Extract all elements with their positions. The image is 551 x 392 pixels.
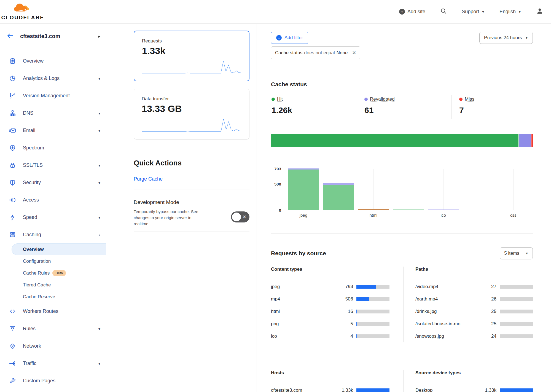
usage-bar bbox=[356, 297, 389, 301]
cache-status-title: Cache status bbox=[271, 81, 533, 88]
filter-left: + Add filter Cache status does not equal… bbox=[271, 32, 360, 59]
sidebar-item-access[interactable]: Access bbox=[0, 191, 106, 209]
sidebar-item-version-management[interactable]: Version Management bbox=[0, 87, 106, 104]
stat-miss: Miss 7 bbox=[451, 95, 533, 119]
stat-revalidated: Revalidated 61 bbox=[357, 95, 451, 119]
table-row[interactable]: /video.mp4 27 bbox=[415, 280, 533, 293]
sidebar-item-speed[interactable]: Speed ▾ bbox=[0, 209, 106, 226]
stat-hit-label[interactable]: Hit bbox=[277, 96, 283, 102]
chevron-down-icon: ▾ bbox=[98, 163, 100, 168]
language-menu[interactable]: English ▼ bbox=[499, 9, 521, 15]
table-row[interactable]: Desktop 1.33k bbox=[415, 384, 533, 392]
sidebar-item-spectrum[interactable]: Spectrum bbox=[0, 139, 106, 157]
sidebar-item-ssl-tls[interactable]: SSL/TLS ▾ bbox=[0, 157, 106, 174]
data-transfer-card[interactable]: Data transfer 13.33 GB bbox=[134, 89, 249, 139]
sidebar-item-overview[interactable]: Overview bbox=[0, 52, 106, 70]
stat-miss-value: 7 bbox=[459, 106, 533, 115]
search-button[interactable] bbox=[440, 8, 447, 16]
analytics-panel: + Add filter Cache status does not equal… bbox=[257, 24, 551, 392]
chevron-down-icon: ▼ bbox=[525, 36, 528, 39]
chevron-down-icon: ▾ bbox=[98, 128, 100, 133]
site-name: cftestsite3.com bbox=[20, 33, 60, 39]
requests-sparkline-chart bbox=[142, 60, 241, 74]
chevron-up-icon: ▴ bbox=[99, 233, 100, 237]
analytics-icon bbox=[9, 75, 16, 82]
usage-bar bbox=[500, 322, 533, 326]
sidebar-item-network[interactable]: Network bbox=[0, 337, 106, 355]
dns-icon bbox=[9, 110, 16, 117]
sidebar-item-security[interactable]: Security ▾ bbox=[0, 174, 106, 191]
table-row[interactable]: ico 4 bbox=[271, 330, 389, 342]
topbar-actions: + Add site Support ▼ English ▼ bbox=[399, 7, 543, 16]
lightning-icon bbox=[9, 214, 16, 221]
data-transfer-card-value: 13.33 GB bbox=[142, 103, 241, 114]
stacked-bar[interactable] bbox=[323, 183, 354, 210]
add-site-button[interactable]: + Add site bbox=[399, 9, 425, 15]
chevron-down-icon: ▾ bbox=[98, 111, 100, 116]
sidebar-item-caching[interactable]: Caching ▴ bbox=[0, 226, 106, 243]
account-button[interactable] bbox=[536, 7, 543, 16]
sidebar-item-traffic[interactable]: Traffic ▾ bbox=[0, 355, 106, 372]
stat-miss-label[interactable]: Miss bbox=[465, 96, 474, 102]
stat-hit: Hit 1.26k bbox=[271, 95, 357, 119]
caching-icon bbox=[9, 231, 16, 238]
sidebar: cftestsite3.com ▸ Overview Analytics & L… bbox=[0, 24, 106, 392]
cloudflare-logo[interactable]: CLOUDFLARE bbox=[6, 3, 40, 21]
sidebar-nav: Overview Analytics & Logs ▾ Version Mana… bbox=[0, 49, 106, 390]
sidebar-subitem-configuration[interactable]: Configuration bbox=[0, 255, 106, 267]
table-row[interactable]: /earth.mp4 26 bbox=[415, 293, 533, 305]
stacked-bar[interactable] bbox=[393, 210, 424, 210]
chevron-down-icon: ▼ bbox=[482, 10, 485, 14]
requests-card[interactable]: Requests 1.33k bbox=[134, 31, 249, 81]
chart-x-axis: jpeghtmlicocss bbox=[284, 210, 533, 219]
table-row[interactable]: /drinks.jpg 25 bbox=[415, 305, 533, 318]
top-bar: CLOUDFLARE + Add site Support ▼ English bbox=[0, 0, 551, 24]
sidebar-item-rules[interactable]: Rules ▾ bbox=[0, 320, 106, 337]
chevron-right-icon[interactable]: ▸ bbox=[98, 34, 100, 39]
sidebar-subitem-tiered-cache[interactable]: Tiered Cache bbox=[0, 279, 106, 291]
stacked-bar[interactable] bbox=[358, 209, 389, 210]
sidebar-item-custom-pages[interactable]: Custom Pages bbox=[0, 372, 106, 390]
usage-bar bbox=[356, 285, 389, 289]
support-menu[interactable]: Support ▼ bbox=[462, 9, 485, 15]
development-mode-toggle[interactable]: ✕ bbox=[231, 211, 249, 222]
stacked-bar[interactable] bbox=[288, 168, 319, 210]
time-range-selector[interactable]: Previous 24 hours ▼ bbox=[479, 32, 533, 44]
table-row[interactable]: mp4 506 bbox=[271, 293, 389, 305]
stat-revalidated-label[interactable]: Revalidated bbox=[370, 96, 395, 102]
spectrum-icon bbox=[9, 144, 16, 152]
source-device-types-table: Source device types Desktop 1.33k bbox=[404, 370, 533, 392]
map-pin-icon bbox=[9, 343, 16, 350]
table-row[interactable]: png 5 bbox=[271, 318, 389, 330]
add-filter-button[interactable]: + Add filter bbox=[271, 32, 308, 44]
stacked-bar[interactable] bbox=[428, 210, 459, 210]
sidebar-item-analytics-logs[interactable]: Analytics & Logs ▾ bbox=[0, 70, 106, 87]
requests-by-source-header: Requests by source 5 items ▼ bbox=[271, 247, 533, 259]
toggle-off-x-icon: ✕ bbox=[243, 215, 246, 219]
sidebar-item-workers-routes[interactable]: Workers Routes bbox=[0, 303, 106, 320]
table-row[interactable]: /isolated-house-in-mo... 25 bbox=[415, 318, 533, 330]
sidebar-subitem-cache-rules[interactable]: Cache Rules Beta bbox=[0, 267, 106, 279]
stat-hit-value: 1.26k bbox=[272, 106, 357, 115]
usage-bar bbox=[500, 297, 533, 301]
back-arrow-icon[interactable] bbox=[7, 32, 14, 41]
remove-filter-icon[interactable]: ✕ bbox=[352, 50, 356, 56]
table-row[interactable]: jpeg 793 bbox=[271, 280, 389, 293]
stat-revalidated-value: 61 bbox=[364, 106, 451, 115]
paths-table: Paths /video.mp4 27 /earth.mp4 26 /drink… bbox=[404, 267, 533, 342]
sidebar-item-dns[interactable]: DNS ▾ bbox=[0, 104, 106, 122]
items-count-selector[interactable]: 5 items ▼ bbox=[500, 247, 533, 259]
sidebar-subitem-caching-overview[interactable]: Overview bbox=[12, 243, 106, 255]
table-row[interactable]: /snowtops.jpg 24 bbox=[415, 330, 533, 342]
sidebar-subitem-cache-reserve[interactable]: Cache Reserve bbox=[0, 291, 106, 303]
purge-cache-link[interactable]: Purge Cache bbox=[134, 176, 163, 182]
y-axis-label: 793 bbox=[274, 167, 281, 171]
miss-dot-icon bbox=[459, 98, 463, 101]
x-axis-label: css bbox=[510, 213, 517, 218]
hosts-table: Hosts cftestsite3.com 1.33k bbox=[271, 370, 404, 392]
table-row[interactable]: cftestsite3.com 1.33k bbox=[271, 384, 389, 392]
divider bbox=[271, 70, 533, 70]
divider bbox=[134, 189, 249, 189]
sidebar-item-email[interactable]: Email ▾ bbox=[0, 122, 106, 139]
table-row[interactable]: html 16 bbox=[271, 305, 389, 318]
